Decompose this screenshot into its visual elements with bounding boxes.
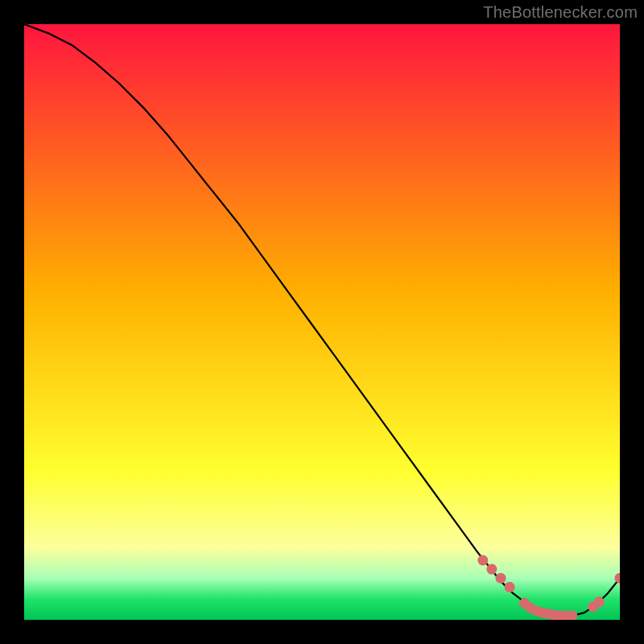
chart-stage: TheBottlenecker.com bbox=[0, 0, 644, 644]
gradient-background bbox=[24, 24, 620, 620]
bottleneck-chart bbox=[24, 24, 620, 620]
data-marker bbox=[505, 582, 515, 592]
data-marker bbox=[477, 555, 488, 566]
data-marker bbox=[594, 597, 605, 607]
data-marker bbox=[486, 564, 497, 575]
data-marker bbox=[496, 573, 506, 584]
attribution-text: TheBottlenecker.com bbox=[483, 3, 638, 22]
